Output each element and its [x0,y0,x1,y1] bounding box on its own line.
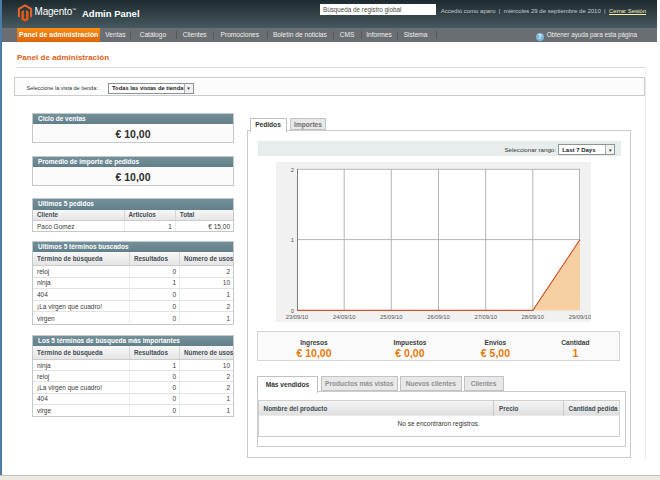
svg-text:24/09/10: 24/09/10 [333,314,356,320]
svg-text:29/09/10: 29/09/10 [569,314,591,320]
svg-text:27/09/10: 27/09/10 [474,314,497,320]
svg-text:2: 2 [291,167,294,173]
svg-text:23/09/10: 23/09/10 [286,314,309,320]
svg-text:26/09/10: 26/09/10 [427,314,450,320]
svg-text:25/09/10: 25/09/10 [380,314,403,320]
svg-text:1: 1 [291,237,294,243]
svg-text:28/09/10: 28/09/10 [522,314,545,320]
